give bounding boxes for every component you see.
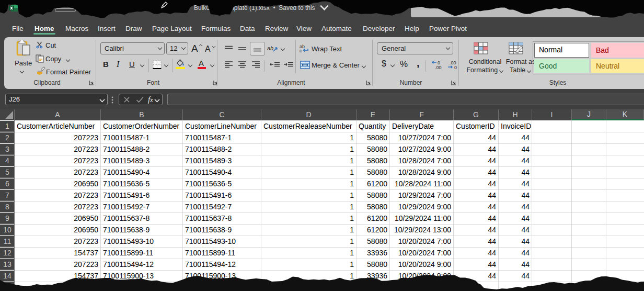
svg-text:.00: .00: [435, 65, 442, 70]
svg-text:ab: ab: [267, 45, 273, 51]
svg-text:c: c: [300, 48, 302, 53]
svg-text:0: 0: [454, 65, 457, 70]
